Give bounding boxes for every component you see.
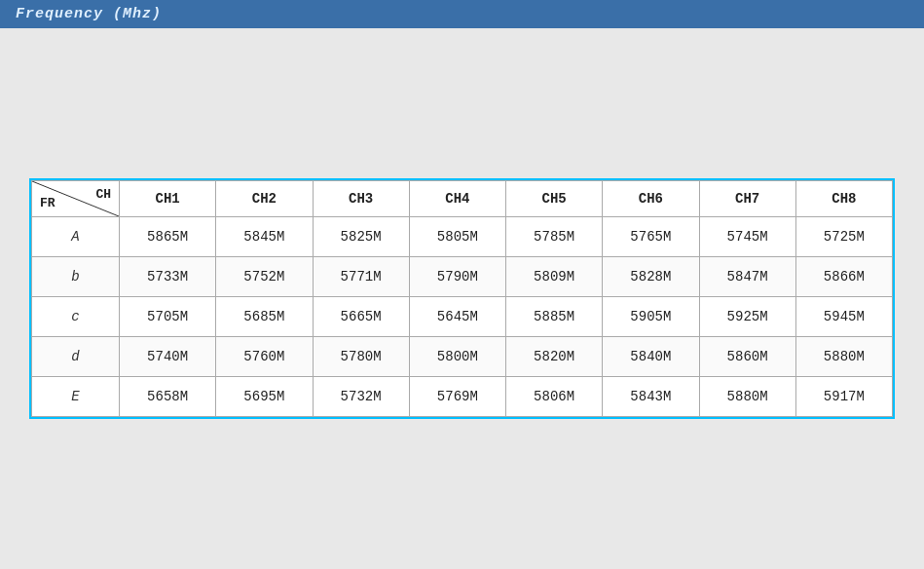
table-row: E5658M5695M5732M5769M5806M5843M5880M5917… — [32, 377, 893, 417]
row-label-d: d — [32, 337, 120, 377]
row-label-c: c — [32, 297, 120, 337]
cell-b-ch2: 5752M — [216, 257, 313, 297]
row-label-E: E — [32, 377, 120, 417]
cell-E-ch1: 5658M — [120, 377, 216, 417]
cell-b-ch4: 5790M — [409, 257, 505, 297]
cell-A-ch4: 5805M — [409, 217, 505, 257]
col-header-ch4: CH4 — [409, 181, 505, 217]
cell-c-ch4: 5645M — [409, 297, 505, 337]
table-wrapper: CH FR CH1 CH2 CH3 CH4 CH5 CH6 CH7 CH8 — [29, 178, 895, 419]
corner-cell: CH FR — [32, 181, 120, 217]
ch-label: CH — [95, 187, 111, 202]
cell-A-ch8: 5725M — [795, 217, 892, 257]
table-body: A5865M5845M5825M5805M5785M5765M5745M5725… — [32, 217, 893, 417]
cell-d-ch3: 5780M — [313, 337, 409, 377]
header-bar: Frequency (Mhz) — [0, 0, 924, 28]
col-header-ch5: CH5 — [506, 181, 603, 217]
cell-E-ch6: 5843M — [603, 377, 699, 417]
cell-A-ch7: 5745M — [699, 217, 795, 257]
fr-label: FR — [40, 196, 55, 210]
row-label-A: A — [32, 217, 120, 257]
cell-d-ch4: 5800M — [409, 337, 505, 377]
col-header-ch6: CH6 — [603, 181, 699, 217]
cell-E-ch3: 5732M — [313, 377, 409, 417]
main-content: CH FR CH1 CH2 CH3 CH4 CH5 CH6 CH7 CH8 — [0, 28, 924, 569]
col-header-ch7: CH7 — [699, 181, 795, 217]
cell-A-ch2: 5845M — [216, 217, 313, 257]
cell-d-ch1: 5740M — [120, 337, 216, 377]
cell-E-ch2: 5695M — [216, 377, 313, 417]
cell-A-ch1: 5865M — [120, 217, 216, 257]
row-label-b: b — [32, 257, 120, 297]
table-header-row: CH FR CH1 CH2 CH3 CH4 CH5 CH6 CH7 CH8 — [32, 181, 893, 217]
cell-b-ch1: 5733M — [120, 257, 216, 297]
cell-d-ch6: 5840M — [603, 337, 699, 377]
cell-A-ch3: 5825M — [313, 217, 409, 257]
col-header-ch1: CH1 — [120, 181, 216, 217]
cell-E-ch5: 5806M — [506, 377, 603, 417]
cell-b-ch5: 5809M — [506, 257, 603, 297]
cell-b-ch6: 5828M — [603, 257, 699, 297]
cell-d-ch5: 5820M — [506, 337, 603, 377]
header-title: Frequency (Mhz) — [16, 6, 162, 22]
cell-c-ch6: 5905M — [603, 297, 699, 337]
frequency-table: CH FR CH1 CH2 CH3 CH4 CH5 CH6 CH7 CH8 — [31, 180, 893, 417]
cell-d-ch8: 5880M — [795, 337, 892, 377]
table-row: c5705M5685M5665M5645M5885M5905M5925M5945… — [32, 297, 893, 337]
table-row: A5865M5845M5825M5805M5785M5765M5745M5725… — [32, 217, 893, 257]
cell-c-ch2: 5685M — [216, 297, 313, 337]
col-header-ch3: CH3 — [313, 181, 409, 217]
cell-c-ch1: 5705M — [120, 297, 216, 337]
cell-E-ch7: 5880M — [699, 377, 795, 417]
col-header-ch8: CH8 — [795, 181, 892, 217]
cell-b-ch8: 5866M — [795, 257, 892, 297]
cell-A-ch5: 5785M — [506, 217, 603, 257]
cell-c-ch7: 5925M — [699, 297, 795, 337]
cell-c-ch5: 5885M — [506, 297, 603, 337]
table-row: b5733M5752M5771M5790M5809M5828M5847M5866… — [32, 257, 893, 297]
cell-A-ch6: 5765M — [603, 217, 699, 257]
cell-d-ch2: 5760M — [216, 337, 313, 377]
cell-c-ch8: 5945M — [795, 297, 892, 337]
cell-E-ch4: 5769M — [409, 377, 505, 417]
table-row: d5740M5760M5780M5800M5820M5840M5860M5880… — [32, 337, 893, 377]
cell-b-ch3: 5771M — [313, 257, 409, 297]
col-header-ch2: CH2 — [216, 181, 313, 217]
cell-d-ch7: 5860M — [699, 337, 795, 377]
cell-c-ch3: 5665M — [313, 297, 409, 337]
cell-E-ch8: 5917M — [795, 377, 892, 417]
cell-b-ch7: 5847M — [699, 257, 795, 297]
